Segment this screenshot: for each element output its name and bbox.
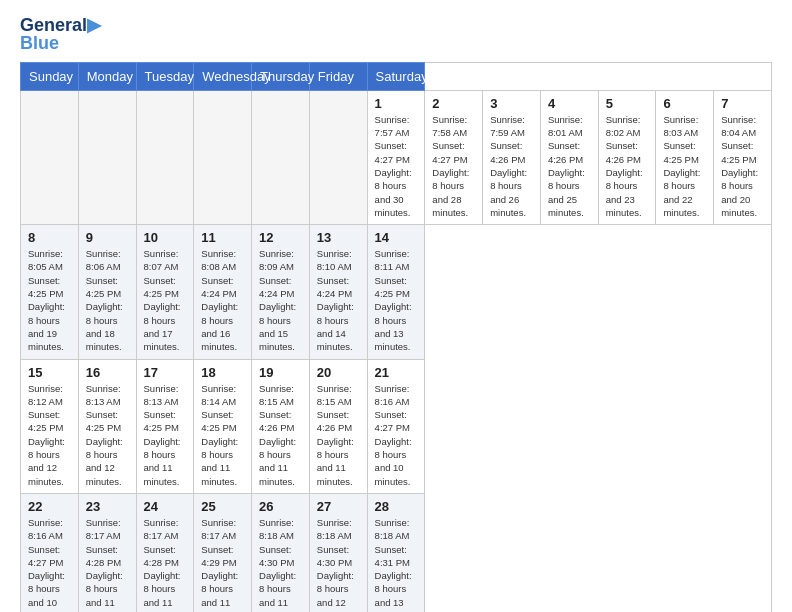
calendar-week-1: 1Sunrise: 7:57 AMSunset: 4:27 PMDaylight… bbox=[21, 90, 772, 224]
weekday-header-wednesday: Wednesday bbox=[194, 62, 252, 90]
day-number: 25 bbox=[201, 499, 244, 514]
day-number: 24 bbox=[144, 499, 187, 514]
day-number: 22 bbox=[28, 499, 71, 514]
weekday-header-friday: Friday bbox=[309, 62, 367, 90]
day-info: Sunrise: 8:09 AMSunset: 4:24 PMDaylight:… bbox=[259, 247, 302, 353]
calendar-cell: 20Sunrise: 8:15 AMSunset: 4:26 PMDayligh… bbox=[309, 359, 367, 493]
calendar-cell: 1Sunrise: 7:57 AMSunset: 4:27 PMDaylight… bbox=[367, 90, 425, 224]
weekday-header-tuesday: Tuesday bbox=[136, 62, 194, 90]
page: General▶ Blue SundayMondayTuesdayWednesd… bbox=[0, 0, 792, 612]
calendar-cell: 4Sunrise: 8:01 AMSunset: 4:26 PMDaylight… bbox=[540, 90, 598, 224]
calendar-cell bbox=[136, 90, 194, 224]
day-info: Sunrise: 8:01 AMSunset: 4:26 PMDaylight:… bbox=[548, 113, 591, 219]
day-number: 16 bbox=[86, 365, 129, 380]
day-number: 7 bbox=[721, 96, 764, 111]
day-number: 19 bbox=[259, 365, 302, 380]
day-info: Sunrise: 8:15 AMSunset: 4:26 PMDaylight:… bbox=[259, 382, 302, 488]
day-info: Sunrise: 8:06 AMSunset: 4:25 PMDaylight:… bbox=[86, 247, 129, 353]
day-info: Sunrise: 7:57 AMSunset: 4:27 PMDaylight:… bbox=[375, 113, 418, 219]
calendar-week-3: 15Sunrise: 8:12 AMSunset: 4:25 PMDayligh… bbox=[21, 359, 772, 493]
calendar-cell: 12Sunrise: 8:09 AMSunset: 4:24 PMDayligh… bbox=[252, 225, 310, 359]
calendar-cell: 27Sunrise: 8:18 AMSunset: 4:30 PMDayligh… bbox=[309, 493, 367, 612]
day-number: 26 bbox=[259, 499, 302, 514]
calendar-week-2: 8Sunrise: 8:05 AMSunset: 4:25 PMDaylight… bbox=[21, 225, 772, 359]
logo: General▶ Blue bbox=[20, 16, 101, 52]
day-number: 20 bbox=[317, 365, 360, 380]
calendar-cell: 17Sunrise: 8:13 AMSunset: 4:25 PMDayligh… bbox=[136, 359, 194, 493]
day-number: 21 bbox=[375, 365, 418, 380]
calendar-cell: 14Sunrise: 8:11 AMSunset: 4:25 PMDayligh… bbox=[367, 225, 425, 359]
calendar-cell: 16Sunrise: 8:13 AMSunset: 4:25 PMDayligh… bbox=[78, 359, 136, 493]
day-info: Sunrise: 8:04 AMSunset: 4:25 PMDaylight:… bbox=[721, 113, 764, 219]
day-number: 1 bbox=[375, 96, 418, 111]
calendar-cell bbox=[78, 90, 136, 224]
weekday-header-monday: Monday bbox=[78, 62, 136, 90]
calendar-cell: 23Sunrise: 8:17 AMSunset: 4:28 PMDayligh… bbox=[78, 493, 136, 612]
calendar-cell: 19Sunrise: 8:15 AMSunset: 4:26 PMDayligh… bbox=[252, 359, 310, 493]
day-info: Sunrise: 8:12 AMSunset: 4:25 PMDaylight:… bbox=[28, 382, 71, 488]
day-info: Sunrise: 8:10 AMSunset: 4:24 PMDaylight:… bbox=[317, 247, 360, 353]
day-number: 12 bbox=[259, 230, 302, 245]
weekday-header-saturday: Saturday bbox=[367, 62, 425, 90]
weekday-header-thursday: Thursday bbox=[252, 62, 310, 90]
day-number: 3 bbox=[490, 96, 533, 111]
day-info: Sunrise: 8:18 AMSunset: 4:31 PMDaylight:… bbox=[375, 516, 418, 612]
day-info: Sunrise: 8:08 AMSunset: 4:24 PMDaylight:… bbox=[201, 247, 244, 353]
weekday-header-sunday: Sunday bbox=[21, 62, 79, 90]
day-number: 6 bbox=[663, 96, 706, 111]
calendar-cell bbox=[194, 90, 252, 224]
calendar-cell: 28Sunrise: 8:18 AMSunset: 4:31 PMDayligh… bbox=[367, 493, 425, 612]
day-info: Sunrise: 8:16 AMSunset: 4:27 PMDaylight:… bbox=[28, 516, 71, 612]
day-number: 15 bbox=[28, 365, 71, 380]
day-number: 28 bbox=[375, 499, 418, 514]
day-number: 17 bbox=[144, 365, 187, 380]
logo-blue-text: Blue bbox=[20, 34, 59, 52]
day-info: Sunrise: 8:17 AMSunset: 4:28 PMDaylight:… bbox=[86, 516, 129, 612]
day-number: 10 bbox=[144, 230, 187, 245]
day-info: Sunrise: 8:17 AMSunset: 4:29 PMDaylight:… bbox=[201, 516, 244, 612]
calendar-cell: 26Sunrise: 8:18 AMSunset: 4:30 PMDayligh… bbox=[252, 493, 310, 612]
calendar-cell bbox=[252, 90, 310, 224]
day-info: Sunrise: 8:16 AMSunset: 4:27 PMDaylight:… bbox=[375, 382, 418, 488]
calendar-cell bbox=[21, 90, 79, 224]
calendar-cell: 22Sunrise: 8:16 AMSunset: 4:27 PMDayligh… bbox=[21, 493, 79, 612]
day-number: 18 bbox=[201, 365, 244, 380]
day-info: Sunrise: 7:58 AMSunset: 4:27 PMDaylight:… bbox=[432, 113, 475, 219]
calendar-cell: 13Sunrise: 8:10 AMSunset: 4:24 PMDayligh… bbox=[309, 225, 367, 359]
calendar-cell bbox=[309, 90, 367, 224]
day-info: Sunrise: 8:03 AMSunset: 4:25 PMDaylight:… bbox=[663, 113, 706, 219]
calendar-cell: 5Sunrise: 8:02 AMSunset: 4:26 PMDaylight… bbox=[598, 90, 656, 224]
day-number: 4 bbox=[548, 96, 591, 111]
calendar-cell: 24Sunrise: 8:17 AMSunset: 4:28 PMDayligh… bbox=[136, 493, 194, 612]
calendar-cell: 2Sunrise: 7:58 AMSunset: 4:27 PMDaylight… bbox=[425, 90, 483, 224]
day-info: Sunrise: 8:05 AMSunset: 4:25 PMDaylight:… bbox=[28, 247, 71, 353]
calendar-table: SundayMondayTuesdayWednesdayThursdayFrid… bbox=[20, 62, 772, 612]
calendar-cell: 18Sunrise: 8:14 AMSunset: 4:25 PMDayligh… bbox=[194, 359, 252, 493]
calendar-cell: 10Sunrise: 8:07 AMSunset: 4:25 PMDayligh… bbox=[136, 225, 194, 359]
calendar-cell: 9Sunrise: 8:06 AMSunset: 4:25 PMDaylight… bbox=[78, 225, 136, 359]
day-info: Sunrise: 8:18 AMSunset: 4:30 PMDaylight:… bbox=[317, 516, 360, 612]
calendar-cell: 15Sunrise: 8:12 AMSunset: 4:25 PMDayligh… bbox=[21, 359, 79, 493]
day-number: 5 bbox=[606, 96, 649, 111]
day-info: Sunrise: 8:15 AMSunset: 4:26 PMDaylight:… bbox=[317, 382, 360, 488]
calendar-week-4: 22Sunrise: 8:16 AMSunset: 4:27 PMDayligh… bbox=[21, 493, 772, 612]
calendar-cell: 6Sunrise: 8:03 AMSunset: 4:25 PMDaylight… bbox=[656, 90, 714, 224]
day-number: 14 bbox=[375, 230, 418, 245]
day-number: 8 bbox=[28, 230, 71, 245]
day-info: Sunrise: 8:17 AMSunset: 4:28 PMDaylight:… bbox=[144, 516, 187, 612]
calendar-cell: 11Sunrise: 8:08 AMSunset: 4:24 PMDayligh… bbox=[194, 225, 252, 359]
header: General▶ Blue bbox=[20, 16, 772, 52]
day-info: Sunrise: 8:14 AMSunset: 4:25 PMDaylight:… bbox=[201, 382, 244, 488]
day-number: 9 bbox=[86, 230, 129, 245]
day-number: 23 bbox=[86, 499, 129, 514]
day-number: 13 bbox=[317, 230, 360, 245]
day-number: 2 bbox=[432, 96, 475, 111]
day-info: Sunrise: 8:11 AMSunset: 4:25 PMDaylight:… bbox=[375, 247, 418, 353]
day-info: Sunrise: 8:02 AMSunset: 4:26 PMDaylight:… bbox=[606, 113, 649, 219]
calendar-cell: 21Sunrise: 8:16 AMSunset: 4:27 PMDayligh… bbox=[367, 359, 425, 493]
day-info: Sunrise: 8:07 AMSunset: 4:25 PMDaylight:… bbox=[144, 247, 187, 353]
day-info: Sunrise: 8:13 AMSunset: 4:25 PMDaylight:… bbox=[144, 382, 187, 488]
calendar-cell: 7Sunrise: 8:04 AMSunset: 4:25 PMDaylight… bbox=[714, 90, 772, 224]
calendar-cell: 3Sunrise: 7:59 AMSunset: 4:26 PMDaylight… bbox=[483, 90, 541, 224]
day-info: Sunrise: 8:18 AMSunset: 4:30 PMDaylight:… bbox=[259, 516, 302, 612]
